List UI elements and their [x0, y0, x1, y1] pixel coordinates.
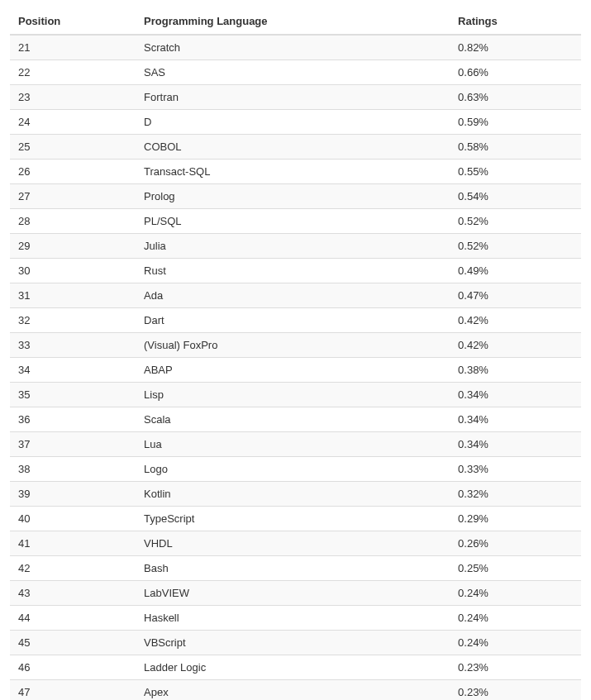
cell-language: Fortran: [136, 85, 450, 110]
cell-ratings: 0.82%: [450, 35, 581, 60]
cell-language: COBOL: [136, 135, 450, 160]
cell-ratings: 0.26%: [450, 531, 581, 556]
cell-language: Lisp: [136, 383, 450, 407]
cell-ratings: 0.58%: [450, 135, 581, 160]
table-header-row: Position Programming Language Ratings: [10, 8, 581, 35]
cell-ratings: 0.34%: [450, 432, 581, 457]
table-row: 43LabVIEW0.24%: [10, 581, 581, 606]
table-row: 22SAS0.66%: [10, 60, 581, 85]
table-row: 30Rust0.49%: [10, 259, 581, 283]
cell-ratings: 0.42%: [450, 333, 581, 358]
table-row: 24D0.59%: [10, 110, 581, 135]
table-row: 35Lisp0.34%: [10, 383, 581, 407]
cell-ratings: 0.54%: [450, 184, 581, 209]
cell-position: 39: [10, 482, 136, 507]
table-row: 27Prolog0.54%: [10, 184, 581, 209]
table-row: 45VBScript0.24%: [10, 631, 581, 655]
table-row: 42Bash0.25%: [10, 556, 581, 581]
table-row: 29Julia0.52%: [10, 234, 581, 259]
cell-position: 35: [10, 383, 136, 407]
cell-ratings: 0.42%: [450, 308, 581, 333]
cell-ratings: 0.49%: [450, 259, 581, 283]
cell-position: 33: [10, 333, 136, 358]
cell-position: 41: [10, 531, 136, 556]
cell-language: SAS: [136, 60, 450, 85]
cell-language: Logo: [136, 457, 450, 482]
table-row: 46Ladder Logic0.23%: [10, 655, 581, 680]
cell-position: 21: [10, 35, 136, 60]
cell-ratings: 0.24%: [450, 581, 581, 606]
cell-position: 46: [10, 655, 136, 680]
cell-language: Rust: [136, 259, 450, 283]
cell-position: 27: [10, 184, 136, 209]
table-row: 31Ada0.47%: [10, 283, 581, 308]
cell-ratings: 0.66%: [450, 60, 581, 85]
cell-position: 32: [10, 308, 136, 333]
cell-ratings: 0.47%: [450, 283, 581, 308]
cell-ratings: 0.25%: [450, 556, 581, 581]
cell-position: 30: [10, 259, 136, 283]
cell-language: Prolog: [136, 184, 450, 209]
cell-position: 22: [10, 60, 136, 85]
header-position[interactable]: Position: [10, 8, 136, 35]
cell-position: 28: [10, 209, 136, 234]
cell-ratings: 0.34%: [450, 407, 581, 432]
table-body: 21Scratch0.82%22SAS0.66%23Fortran0.63%24…: [10, 35, 581, 700]
table-row: 37Lua0.34%: [10, 432, 581, 457]
cell-language: Lua: [136, 432, 450, 457]
cell-language: Scratch: [136, 35, 450, 60]
cell-language: VBScript: [136, 631, 450, 655]
cell-ratings: 0.23%: [450, 680, 581, 701]
cell-ratings: 0.52%: [450, 234, 581, 259]
cell-position: 38: [10, 457, 136, 482]
cell-position: 43: [10, 581, 136, 606]
table-row: 40TypeScript0.29%: [10, 507, 581, 531]
cell-position: 45: [10, 631, 136, 655]
cell-ratings: 0.63%: [450, 85, 581, 110]
cell-language: Ada: [136, 283, 450, 308]
cell-position: 37: [10, 432, 136, 457]
table-row: 21Scratch0.82%: [10, 35, 581, 60]
cell-language: Kotlin: [136, 482, 450, 507]
cell-ratings: 0.55%: [450, 160, 581, 184]
table-row: 28PL/SQL0.52%: [10, 209, 581, 234]
cell-language: Transact-SQL: [136, 160, 450, 184]
cell-position: 42: [10, 556, 136, 581]
table-row: 41VHDL0.26%: [10, 531, 581, 556]
cell-position: 31: [10, 283, 136, 308]
cell-language: PL/SQL: [136, 209, 450, 234]
cell-position: 29: [10, 234, 136, 259]
cell-language: D: [136, 110, 450, 135]
table-row: 47Apex0.23%: [10, 680, 581, 701]
cell-ratings: 0.59%: [450, 110, 581, 135]
header-language[interactable]: Programming Language: [136, 8, 450, 35]
cell-language: Haskell: [136, 606, 450, 631]
cell-language: Ladder Logic: [136, 655, 450, 680]
table-row: 44Haskell0.24%: [10, 606, 581, 631]
header-ratings[interactable]: Ratings: [450, 8, 581, 35]
cell-ratings: 0.24%: [450, 631, 581, 655]
table-row: 33(Visual) FoxPro0.42%: [10, 333, 581, 358]
cell-position: 44: [10, 606, 136, 631]
table-row: 25COBOL0.58%: [10, 135, 581, 160]
cell-language: Dart: [136, 308, 450, 333]
cell-language: Apex: [136, 680, 450, 701]
cell-language: LabVIEW: [136, 581, 450, 606]
cell-language: TypeScript: [136, 507, 450, 531]
cell-ratings: 0.29%: [450, 507, 581, 531]
cell-position: 26: [10, 160, 136, 184]
cell-language: Scala: [136, 407, 450, 432]
cell-ratings: 0.24%: [450, 606, 581, 631]
cell-position: 47: [10, 680, 136, 701]
table-row: 26Transact-SQL0.55%: [10, 160, 581, 184]
cell-ratings: 0.23%: [450, 655, 581, 680]
cell-position: 40: [10, 507, 136, 531]
cell-ratings: 0.52%: [450, 209, 581, 234]
cell-position: 23: [10, 85, 136, 110]
table-row: 23Fortran0.63%: [10, 85, 581, 110]
cell-position: 25: [10, 135, 136, 160]
cell-ratings: 0.32%: [450, 482, 581, 507]
cell-position: 36: [10, 407, 136, 432]
cell-language: Bash: [136, 556, 450, 581]
table-row: 36Scala0.34%: [10, 407, 581, 432]
